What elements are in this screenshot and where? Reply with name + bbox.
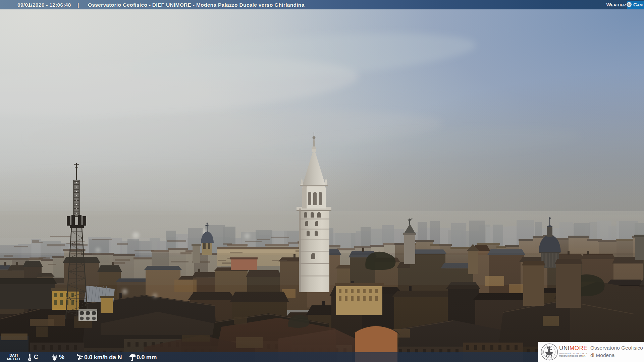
svg-text:1175: 1175	[548, 359, 551, 360]
